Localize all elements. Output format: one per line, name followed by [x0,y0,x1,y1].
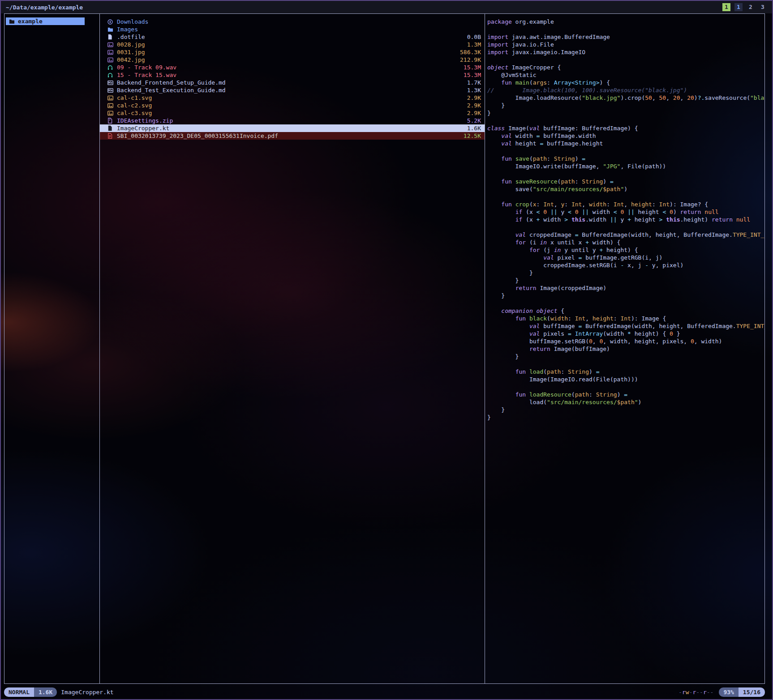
code-line [487,383,764,391]
code-line: object ImageCropper { [487,64,764,71]
code-line: } [487,102,764,109]
tab-1[interactable]: 1 [722,3,730,11]
code-line [487,299,764,307]
code-line: save("src/main/resources/$path") [487,185,764,193]
file-size: 1.3K [464,87,481,94]
file-size: 15.3M [460,72,481,78]
file-name: cal-c3.svg [117,110,152,116]
code-line: croppedImage.setRGB(i - x, j - y, pixel) [487,261,764,269]
file-list-pane: DownloadsImages.dotfile0.0B0028.jpg1.3M0… [100,14,485,683]
code-line: return Image(buffImage) [487,345,764,353]
file-icon [107,34,114,40]
status-bar: NORMAL 1.6K ImageCropper.kt -rw-r--r-- 9… [4,687,765,697]
tab-3[interactable]: 2 [747,3,755,11]
file-row[interactable]: IDEAsettings.zip5.2K [100,117,485,124]
file-row[interactable]: Downloads [100,18,485,26]
parent-pane: example [4,14,100,683]
file-row[interactable]: Images [100,26,485,33]
file-name: 09 - Track 09.wav [117,64,176,71]
tab-2[interactable]: 1 [734,3,743,11]
file-row[interactable]: 0031.jpg586.3K [100,48,485,56]
code-line: companion object { [487,307,764,315]
code-line: fun crop(x: Int, y: Int, width: Int, hei… [487,201,764,208]
file-row[interactable]: 0028.jpg1.3M [100,41,485,48]
file-name: 15 - Track 15.wav [117,72,176,78]
code-line: } [487,353,764,360]
file-size: 586.3K [456,49,481,55]
file-size: 15.3M [460,64,481,71]
sidebar-item-example[interactable]: example [6,17,85,25]
code-line: buffImage.setRGB(0, 0, width, height, pi… [487,337,764,345]
breadcrumb: ~/Data/example/example [1,4,83,11]
code-line: } [487,406,764,414]
code-line: for (i in x until x + width) { [487,239,764,246]
top-bar: ~/Data/example/example 1123 [1,1,772,13]
file-row[interactable]: 09 - Track 09.wav15.3M [100,64,485,71]
code-line: import javax.imageio.ImageIO [487,48,764,56]
code-line: val pixel = buffImage.getRGB(i, j) [487,254,764,261]
file-size: 1.7K [464,79,481,86]
file-row[interactable]: 0042.jpg212.9K [100,56,485,64]
folder-download-icon [107,19,114,25]
code-line: fun loadResource(path: String) = [487,391,764,398]
code-line: } [487,414,764,421]
code-line: Image.loadResource("black.jpg").crop(50,… [487,94,764,102]
file-row[interactable]: cal-c2.svg2.9K [100,102,485,109]
file-name: Backend_Test_Execution_Guide.md [117,87,226,94]
mode-badge: NORMAL [4,687,34,697]
file-name: IDEAsettings.zip [117,117,173,124]
file-row[interactable]: SBI_0032013739_2023_DE05_0003155631Invoi… [100,132,485,140]
code-line: if (x + width > this.width || y + height… [487,216,764,223]
file-icon [107,125,114,131]
progress-percent: 93% [719,687,738,697]
tab-4[interactable]: 3 [759,3,767,11]
position-indicator: 15/16 [739,687,765,697]
file-size: 2.9K [464,94,481,101]
preview-pane[interactable]: package org.exampleimport java.awt.image… [485,14,764,683]
file-size: 5.2K [464,117,481,124]
folder-icon [107,27,114,32]
file-row[interactable]: Backend_Frontend_Setup_Guide.md1.7K [100,79,485,86]
code-line: if (x < 0 || y < 0 || width < 0 || heigh… [487,208,764,216]
file-size: 12.5K [460,132,481,139]
status-right-group: -rw-r--r-- 93% 15/16 [679,687,765,697]
file-name: .dotfile [117,34,145,40]
status-filename: ImageCropper.kt [61,689,113,696]
folder-icon [9,19,15,24]
code-line [487,147,764,155]
file-name: ImageCropper.kt [117,125,169,132]
code-line: class Image(val buffImage: BufferedImage… [487,124,764,132]
file-size: 2.9K [464,110,481,116]
file-row[interactable]: cal-c3.svg2.9K [100,109,485,117]
code-line [487,56,764,64]
code-line: } [487,269,764,277]
zip-icon [107,118,114,124]
file-size: 1.6K [464,125,481,132]
tab-list: 1123 [722,3,767,11]
image-icon [107,57,114,63]
file-row[interactable]: ImageCropper.kt1.6K [100,124,485,132]
code-line: } [487,292,764,299]
audio-icon [107,65,114,70]
file-row[interactable]: 15 - Track 15.wav15.3M [100,71,485,79]
code-line: val height = buffImage.height [487,140,764,147]
code-line: Image(ImageIO.read(File(path))) [487,376,764,383]
code-line: return Image(croppedImage) [487,284,764,292]
file-name: Downloads [117,18,148,25]
file-name: cal-c1.svg [117,94,152,101]
audio-icon [107,73,114,78]
file-row[interactable]: .dotfile0.0B [100,33,485,41]
file-row[interactable]: Backend_Test_Execution_Guide.md1.3K [100,86,485,94]
code-line: fun black(width: Int, height: Int): Imag… [487,315,764,322]
code-line: val width = buffImage.width [487,132,764,140]
file-size: 2.9K [464,102,481,109]
file-name: 0042.jpg [117,56,145,63]
file-size: 212.9K [456,56,481,63]
code-line [487,26,764,33]
code-line: load("src/main/resources/$path") [487,398,764,406]
file-row[interactable]: cal-c1.svg2.9K [100,94,485,102]
code-line: } [487,109,764,117]
pdf-icon [107,133,114,139]
code-line [487,223,764,231]
code-line: package org.example [487,18,764,26]
